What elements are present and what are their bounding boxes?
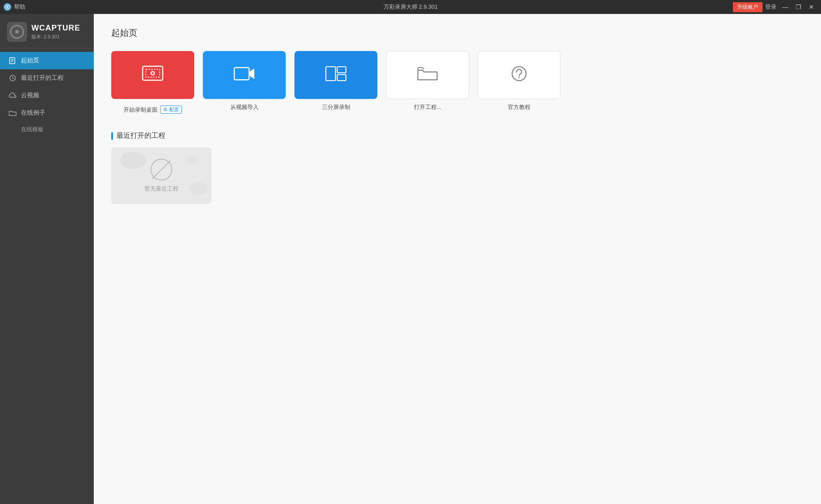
restore-button[interactable]: ❐ (792, 2, 804, 12)
import-card-label: 从视频导入 (230, 103, 259, 111)
folder-icon (9, 109, 17, 117)
sidebar-logo: WCAPTURE 版本: 2.9.301 (0, 14, 94, 48)
open-card-label: 打开工程... (414, 103, 441, 111)
sidebar-item-examples[interactable]: 在线例子 (0, 104, 94, 122)
upgrade-button[interactable]: 升级账户 (733, 2, 763, 12)
svg-line-8 (13, 78, 14, 79)
action-card-import[interactable] (203, 51, 286, 99)
sidebar-subitem-templates[interactable]: 在线模板 (0, 122, 94, 137)
action-cards: 开始录制桌面 ⚙ 配置 从视频导入 (111, 51, 804, 114)
svg-point-1 (7, 6, 8, 8)
blob2 (190, 182, 207, 195)
sidebar-item-cloud-label: 云视频 (21, 92, 39, 99)
config-button[interactable]: ⚙ 配置 (160, 106, 181, 114)
recent-section-title: 最近打开的工程 (116, 131, 165, 140)
blob3 (185, 156, 198, 165)
action-card-open[interactable] (386, 51, 469, 99)
sidebar-item-examples-label: 在线例子 (21, 109, 45, 117)
action-card-tutorial[interactable] (478, 51, 561, 99)
record-label-row: 开始录制桌面 ⚙ 配置 (123, 105, 181, 114)
login-button[interactable]: 登录 (765, 3, 777, 11)
svg-point-18 (519, 77, 520, 78)
svg-rect-15 (337, 67, 346, 73)
empty-text: 暂无最近工程 (144, 185, 178, 193)
sidebar-item-recent[interactable]: 最近打开的工程 (0, 69, 94, 87)
record-icon (141, 65, 164, 85)
minimize-button[interactable]: — (779, 2, 791, 12)
record-card-label: 开始录制桌面 (123, 106, 157, 114)
sidebar-item-cloud[interactable]: 云视频 (0, 87, 94, 104)
split-card-label: 三分屏录制 (322, 103, 350, 111)
close-button[interactable]: ✕ (805, 2, 818, 12)
sidebar-nav: 起始页 最近打开的工程 (0, 48, 94, 504)
cloud-icon (9, 92, 17, 99)
titlebar-title: 万彩录屏大师 2.9.301 (383, 3, 438, 11)
logo-text-block: WCAPTURE 版本: 2.9.301 (31, 24, 80, 40)
recent-section-header: 最近打开的工程 (111, 131, 804, 140)
app-icon (3, 3, 11, 11)
logo-title: WCAPTURE (31, 24, 80, 33)
split-icon (325, 65, 347, 85)
clock-icon (9, 74, 17, 82)
page-title: 起始页 (111, 27, 804, 39)
svg-rect-13 (234, 68, 249, 80)
titlebar: 帮助 万彩录屏大师 2.9.301 升级账户 登录 — ❐ ✕ (0, 0, 821, 14)
svg-rect-16 (337, 75, 346, 81)
page-icon (9, 57, 17, 65)
open-folder-icon (416, 65, 439, 85)
help-link[interactable]: 帮助 (14, 3, 25, 11)
svg-rect-14 (326, 67, 335, 81)
empty-icon (151, 159, 172, 180)
video-icon (233, 65, 256, 85)
titlebar-left: 帮助 (3, 3, 25, 11)
titlebar-right: 升级账户 登录 — ❐ ✕ (733, 2, 818, 12)
help-icon (508, 65, 530, 85)
sidebar-item-recent-label: 最近打开的工程 (21, 74, 64, 82)
sidebar-item-home-label: 起始页 (21, 57, 39, 65)
logo-version: 版本: 2.9.301 (31, 34, 80, 40)
main-content: 起始页 开始录制桌面 ⚙ 配置 (94, 14, 821, 504)
logo-icon-dot (15, 30, 19, 34)
sidebar: WCAPTURE 版本: 2.9.301 起始页 (0, 14, 94, 504)
blob1 (120, 152, 146, 169)
action-card-record[interactable] (111, 51, 194, 99)
action-card-split[interactable] (294, 51, 377, 99)
sidebar-subitem-templates-label: 在线模板 (21, 126, 44, 133)
logo-icon (7, 22, 27, 42)
empty-projects: 暂无最近工程 (111, 147, 212, 204)
window-controls: — ❐ ✕ (779, 2, 818, 12)
logo-icon-inner (10, 25, 24, 39)
tutorial-card-label: 官方教程 (508, 103, 530, 111)
app-container: WCAPTURE 版本: 2.9.301 起始页 (0, 14, 821, 504)
section-bar (111, 132, 113, 140)
sidebar-item-home[interactable]: 起始页 (0, 52, 94, 69)
svg-point-12 (152, 72, 154, 75)
